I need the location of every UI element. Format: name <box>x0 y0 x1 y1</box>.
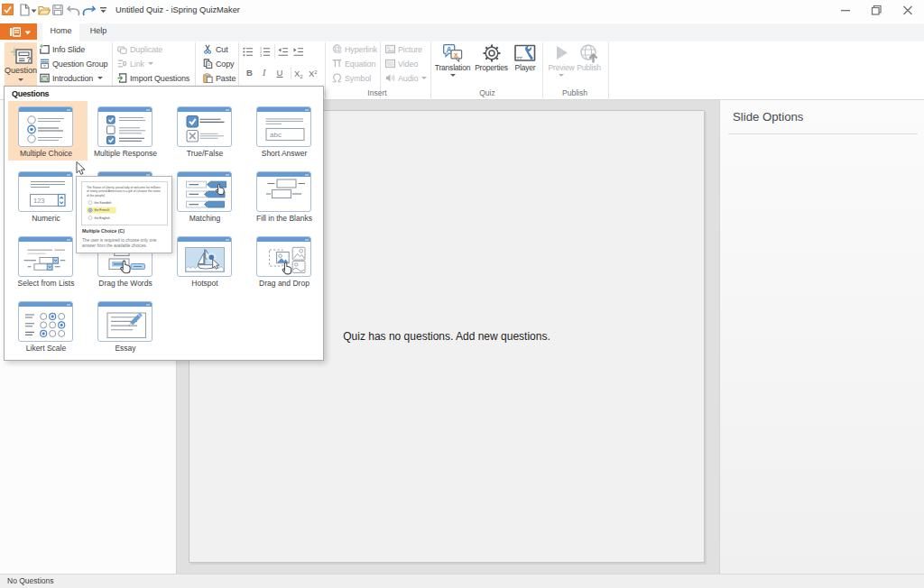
svg-text:the French: the French <box>95 208 110 212</box>
svg-text:abc: abc <box>270 131 282 139</box>
svg-text:?: ? <box>26 55 31 64</box>
svg-text:the English: the English <box>95 216 110 220</box>
svg-text:of the people): of the people) <box>87 194 105 198</box>
svg-text:3: 3 <box>260 54 262 57</box>
svg-text:123: 123 <box>33 197 45 205</box>
svg-text:the Swedish: the Swedish <box>95 201 112 205</box>
